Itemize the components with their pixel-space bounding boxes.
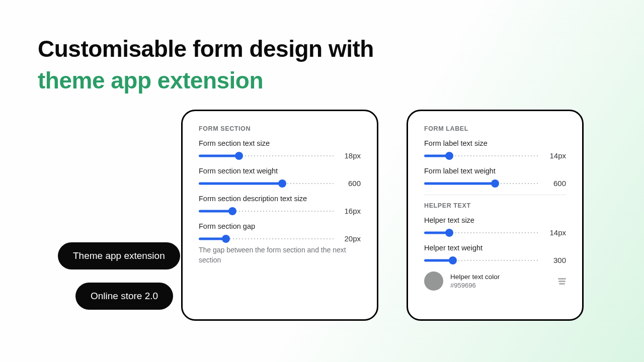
stack-icon[interactable] [558,278,566,285]
slider-form-label-text-weight[interactable] [424,180,539,187]
slider-value: 20px [340,234,361,243]
section-title-helper-text: HELPER TEXT [424,202,566,209]
control-helper-text-weight: Helper text weight 300 [424,244,566,264]
color-hex: #959696 [450,282,551,289]
slider-value: 300 [545,256,566,264]
slider-form-section-gap[interactable] [199,236,334,242]
panel-form-section: FORM SECTION Form section text size 18px… [181,110,378,321]
section-title-form-section: FORM SECTION [199,125,361,132]
headline-line1: Customisable form design with [38,36,374,62]
control-label: Helper text weight [424,244,566,252]
section-title-form-label: FORM LABEL [424,125,566,132]
control-label: Helper text size [424,216,566,224]
color-text: Helper text color #959696 [450,273,551,289]
control-form-section-text-weight: Form section text weight 600 [199,167,361,188]
slider-value: 600 [340,179,361,188]
control-helper-text-size: Helper text size 14px [424,216,566,237]
badge-online-store-2: Online store 2.0 [75,283,173,310]
slider-helper-text-weight[interactable] [424,257,539,263]
slider-value: 14px [545,228,566,237]
control-form-section-text-size: Form section text size 18px [199,139,361,160]
control-label: Form section text size [199,139,361,147]
control-form-label-text-weight: Form label text weight 600 [424,167,566,188]
slider-value: 14px [545,151,566,160]
slider-value: 18px [340,151,361,160]
slider-value: 16px [340,207,361,215]
control-helper-text-color[interactable]: Helper text color #959696 [424,272,566,291]
slider-form-section-text-size[interactable] [199,153,334,159]
headline: Customisable form design with theme app … [38,33,374,97]
control-label: Form section text weight [199,167,361,175]
control-form-label-text-size: Form label text size 14px [424,139,566,160]
badge-theme-app-extension: Theme app extension [58,242,180,269]
control-help-text: The gap between the form section and the… [199,245,361,265]
color-label: Helper text color [450,273,551,281]
control-label: Form section description text size [199,195,361,203]
control-form-section-gap: Form section gap 20px The gap between th… [199,222,361,265]
slider-form-label-text-size[interactable] [424,153,539,159]
slider-form-section-text-weight[interactable] [199,180,334,187]
control-label: Form label text size [424,139,566,147]
headline-line2: theme app extension [38,67,263,94]
panel-form-label-helper: FORM LABEL Form label text size 14px For… [407,110,584,321]
control-form-section-desc-text-size: Form section description text size 16px [199,195,361,215]
slider-form-section-desc-text-size[interactable] [199,208,334,214]
slider-value: 600 [545,179,566,188]
slider-helper-text-size[interactable] [424,230,539,236]
divider [424,195,566,195]
control-label: Form section gap [199,222,361,230]
color-swatch[interactable] [424,272,443,291]
control-label: Form label text weight [424,167,566,175]
